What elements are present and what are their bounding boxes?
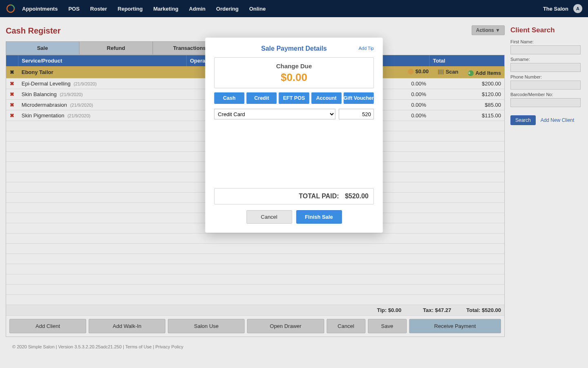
add-tip-link[interactable]: Add Tip — [359, 46, 374, 51]
pay-eftpos-button[interactable]: EFT POS — [279, 92, 309, 104]
modal-title: Sale Payment Details — [214, 45, 374, 52]
change-due-box: Change Due $0.00 — [214, 57, 374, 88]
payment-type-row: Cash Credit EFT POS Account Gift Voucher — [214, 92, 374, 104]
total-paid-label: TOTAL PAID: — [299, 193, 339, 200]
pay-cash-button[interactable]: Cash — [214, 92, 245, 104]
total-paid-value: $520.00 — [345, 193, 369, 200]
pay-account-button[interactable]: Account — [311, 92, 341, 104]
payment-amount-input[interactable] — [339, 109, 374, 119]
payment-method-select[interactable]: Credit Card — [214, 109, 336, 119]
change-due-amount: $0.00 — [215, 71, 374, 84]
payment-method-row: Credit Card — [214, 109, 374, 119]
finish-sale-button[interactable]: Finish Sale — [296, 210, 342, 224]
payment-modal: Add Tip Sale Payment Details Change Due … — [205, 38, 383, 233]
pay-credit-button[interactable]: Credit — [247, 92, 277, 104]
modal-cancel-button[interactable]: Cancel — [246, 210, 292, 224]
pay-voucher-button[interactable]: Gift Voucher — [343, 92, 374, 104]
change-due-label: Change Due — [215, 63, 374, 70]
total-paid-box: TOTAL PAID: $520.00 — [214, 188, 374, 204]
modal-buttons: Cancel Finish Sale — [214, 210, 374, 224]
